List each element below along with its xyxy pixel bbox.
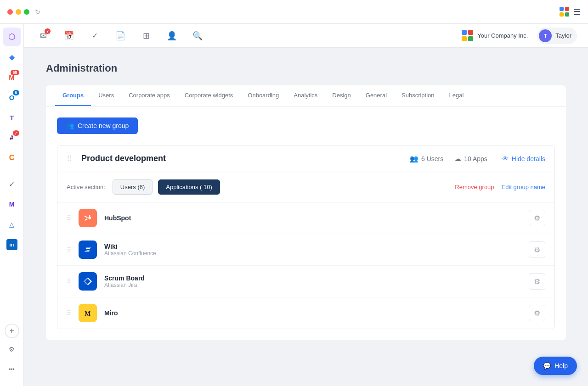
drag-handle-icon[interactable]: ⠿ <box>67 154 72 163</box>
tab-users[interactable]: Users <box>91 85 121 106</box>
app-item-hubspot: ⠿ HubSpot <box>57 202 554 234</box>
remove-group-button[interactable]: Remove group <box>455 184 494 190</box>
tasks-icon: ✓ <box>92 31 98 40</box>
sidebar-item-linkedin[interactable]: in <box>3 235 21 254</box>
hubspot-name: HubSpot <box>104 214 521 222</box>
app-drag-handle[interactable]: ⠿ <box>67 214 71 222</box>
jira-settings-button[interactable]: ⚙ <box>529 273 545 290</box>
confluence-info: Wiki Atlassian Confluence <box>104 243 521 257</box>
confluence-icon <box>79 241 97 259</box>
jira-info: Scrum Board Atlassian Jira <box>104 274 521 288</box>
page-title: Administration <box>46 62 566 74</box>
sidebar-item-make[interactable]: M <box>3 195 21 213</box>
tab-general[interactable]: General <box>358 85 394 106</box>
topnav-grid[interactable]: ⊞ <box>138 28 154 44</box>
tab-analytics[interactable]: Analytics <box>286 85 325 106</box>
app-item-jira: ⠿ Scrum Board Atlassian Jira <box>57 266 554 297</box>
section-actions: Remove group Edit group name <box>455 184 545 190</box>
create-new-group-button[interactable]: 👥 Create new group <box>57 117 138 134</box>
maximize-light[interactable] <box>24 9 29 15</box>
active-section-bar: Active section: Users (6) Applications (… <box>57 172 554 202</box>
apps-meta: ☁ 10 Apps <box>454 155 487 163</box>
more-icon: ••• <box>9 366 15 373</box>
tab-subscription[interactable]: Subscription <box>394 85 442 106</box>
apps-diamond-icon: ◆ <box>9 53 15 62</box>
active-section-label: Active section: <box>67 184 105 190</box>
topnav-calendar[interactable]: 📅 <box>61 28 77 44</box>
page-content: Administration Groups Users Corporate ap… <box>24 48 588 386</box>
outlook-badge: 6 <box>13 90 19 95</box>
miro-settings-button[interactable]: ⚙ <box>529 305 545 321</box>
clickup-icon: C <box>9 154 15 162</box>
sidebar-item-gmail[interactable]: M 65 <box>3 68 21 86</box>
app-list: ⠿ HubSpot <box>57 202 554 329</box>
menu-icon[interactable]: ☰ <box>573 7 581 17</box>
tab-legal[interactable]: Legal <box>442 85 471 106</box>
group-meta: 👥 6 Users ☁ 10 Apps <box>410 155 487 163</box>
topnav-search[interactable]: 🔍 <box>189 28 206 44</box>
hubspot-settings-button[interactable]: ⚙ <box>529 210 545 226</box>
tab-corporate-apps[interactable]: Corporate apps <box>121 85 177 106</box>
cloud-icon: ☁ <box>454 155 461 163</box>
hide-details-label: Hide details <box>512 155 545 162</box>
topnav-tasks[interactable]: ✓ <box>86 28 103 44</box>
miro-name: Miro <box>104 309 521 317</box>
settings-icon: ⚙ <box>9 346 15 353</box>
grid-view-icon: ⊞ <box>143 31 150 41</box>
apps-tab-label: Applications ( 10) <box>166 184 212 190</box>
sidebar-dots-icon[interactable]: ••• <box>3 360 21 379</box>
close-light[interactable] <box>7 9 13 15</box>
users-section-button[interactable]: Users (6) <box>113 179 153 195</box>
confluence-subtitle: Atlassian Confluence <box>104 250 521 257</box>
topnav-inbox[interactable]: ✉ 7 <box>35 28 51 44</box>
edit-group-name-button[interactable]: Edit group name <box>502 184 545 190</box>
sidebar-divider <box>5 171 19 171</box>
sidebar-item-check[interactable]: ✓ <box>3 175 21 193</box>
eye-icon: 👁 <box>502 155 509 162</box>
tab-onboarding[interactable]: Onboarding <box>240 85 286 106</box>
applications-section-button[interactable]: Applications ( 10) <box>158 179 220 195</box>
confluence-name: Wiki <box>104 243 521 250</box>
users-meta-icon: 👥 <box>410 155 418 163</box>
sidebar-item-outlook[interactable]: O 6 <box>3 88 21 106</box>
help-button[interactable]: 💬 Help <box>534 357 577 375</box>
checkmark-icon: ✓ <box>9 180 15 189</box>
tab-design[interactable]: Design <box>325 85 358 106</box>
top-navigation: ✉ 7 📅 ✓ 📄 ⊞ 👤 🔍 <box>24 24 588 48</box>
users-tab-label: Users (6) <box>120 184 145 190</box>
tabs-list: Groups Users Corporate apps Corporate wi… <box>46 85 566 106</box>
sidebar-item-clickup[interactable]: C <box>3 149 21 167</box>
topnav-document[interactable]: 📄 <box>112 28 129 44</box>
sidebar-add-button[interactable]: + <box>5 324 19 338</box>
sidebar-item-slack[interactable]: # 7 <box>3 129 21 147</box>
app-drag-handle[interactable]: ⠿ <box>67 246 71 253</box>
confluence-settings-button[interactable]: ⚙ <box>529 241 545 258</box>
minimize-light[interactable] <box>16 9 21 15</box>
jira-name: Scrum Board <box>104 274 521 282</box>
miro-icon: M <box>79 304 97 322</box>
inbox-badge: 7 <box>45 28 51 34</box>
user-info[interactable]: T Taylor <box>537 28 577 44</box>
hide-details-button[interactable]: 👁 Hide details <box>502 155 545 162</box>
tab-groups[interactable]: Groups <box>55 85 91 106</box>
sidebar-item-apps[interactable]: ◆ <box>3 48 21 66</box>
main-layout: ⬡ ◆ M 65 O 6 T # 7 C ✓ M △ <box>0 24 588 386</box>
users-meta: 👥 6 Users <box>410 155 443 163</box>
company-name: Your Company Inc. <box>477 32 528 39</box>
app-item-miro: ⠿ M Miro ⚙ <box>57 297 554 329</box>
sidebar-item-home[interactable]: ⬡ <box>3 28 21 46</box>
search-icon: 🔍 <box>192 31 203 41</box>
sidebar-item-teams[interactable]: T <box>3 108 21 127</box>
topnav-person[interactable]: 👤 <box>164 28 180 44</box>
tab-corporate-widgets[interactable]: Corporate widgets <box>177 85 241 106</box>
os-topbar: ↻ ☰ <box>0 0 588 24</box>
teams-icon: T <box>10 114 14 122</box>
hubspot-info: HubSpot <box>104 214 521 222</box>
sidebar-item-drive[interactable]: △ <box>3 215 21 234</box>
jira-icon <box>79 272 97 291</box>
app-drag-handle[interactable]: ⠿ <box>67 278 71 285</box>
drive-icon: △ <box>9 221 14 228</box>
main-card: 👥 Create new group ⠿ Product development… <box>46 106 566 340</box>
sidebar-settings-icon[interactable]: ⚙ <box>3 340 21 358</box>
app-drag-handle[interactable]: ⠿ <box>67 309 71 317</box>
